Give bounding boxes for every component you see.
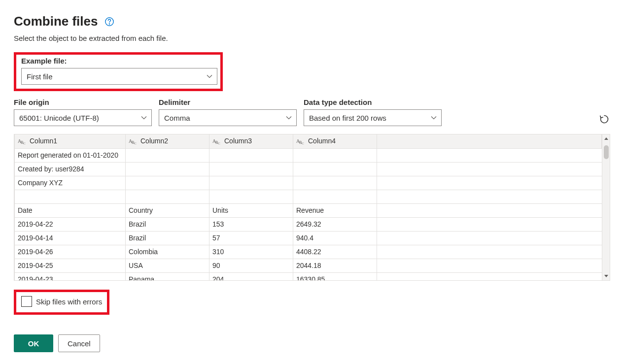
table-cell-filler: [377, 203, 602, 217]
table-cell[interactable]: [126, 162, 209, 176]
table-row[interactable]: Report generated on 01-01-2020: [15, 148, 602, 162]
page-title: Combine files: [14, 14, 98, 29]
delimiter-dropdown[interactable]: Comma: [159, 109, 297, 126]
refresh-button[interactable]: [598, 113, 610, 125]
delimiter-label: Delimiter: [159, 98, 297, 106]
column-header-label: Column4: [308, 137, 336, 145]
text-type-icon: ABC: [212, 137, 221, 145]
column-header[interactable]: ABCColumn4: [293, 134, 377, 148]
chevron-down-icon: [140, 114, 147, 121]
cancel-button[interactable]: Cancel: [58, 334, 100, 352]
table-cell[interactable]: 90: [209, 259, 293, 272]
text-type-icon: ABC: [18, 137, 27, 145]
example-file-dropdown[interactable]: First file: [21, 68, 217, 85]
table-cell[interactable]: 2044.18: [293, 259, 377, 272]
text-type-icon: ABC: [296, 137, 305, 145]
chevron-down-icon: [206, 73, 213, 80]
column-header-filler: [377, 134, 602, 148]
table-cell[interactable]: Company XYZ: [15, 176, 126, 190]
table-row[interactable]: 2019-04-25USA902044.18: [15, 259, 602, 272]
table-row[interactable]: [15, 190, 602, 203]
refresh-icon: [599, 114, 610, 125]
column-header[interactable]: ABCColumn3: [209, 134, 293, 148]
table-cell[interactable]: Revenue: [293, 203, 377, 217]
annotation-example-file: Example file: First file: [14, 52, 223, 91]
file-origin-dropdown[interactable]: 65001: Unicode (UTF-8): [14, 109, 152, 126]
scroll-track[interactable]: [602, 143, 610, 271]
skip-files-checkbox[interactable]: [21, 296, 32, 307]
example-file-label: Example file:: [21, 57, 215, 65]
scroll-thumb[interactable]: [604, 145, 609, 159]
table-cell-filler: [377, 231, 602, 245]
data-type-detection-dropdown[interactable]: Based on first 200 rows: [304, 109, 442, 126]
table-cell[interactable]: 16330.85: [293, 272, 377, 280]
table-cell[interactable]: 2019-04-14: [15, 231, 126, 245]
scroll-up-arrow[interactable]: [602, 134, 610, 143]
table-cell[interactable]: [293, 148, 377, 162]
svg-text:C: C: [218, 141, 220, 145]
table-cell-filler: [377, 217, 602, 231]
table-cell[interactable]: 2019-04-25: [15, 259, 126, 272]
table-cell[interactable]: 2019-04-26: [15, 245, 126, 259]
table-row[interactable]: 2019-04-22Brazil1532649.32: [15, 217, 602, 231]
table-cell[interactable]: [209, 162, 293, 176]
table-row[interactable]: 2019-04-14Brazil57940.4: [15, 231, 602, 245]
table-row[interactable]: 2019-04-26Colombia3104408.22: [15, 245, 602, 259]
table-cell[interactable]: 2019-04-23: [15, 272, 126, 280]
table-cell-filler: [377, 245, 602, 259]
table-row[interactable]: 2019-04-23Panama20416330.85: [15, 272, 602, 280]
table-cell[interactable]: [209, 176, 293, 190]
table-cell-filler: [377, 176, 602, 190]
table-row[interactable]: DateCountryUnitsRevenue: [15, 203, 602, 217]
table-cell[interactable]: 204: [209, 272, 293, 280]
table-cell[interactable]: 310: [209, 245, 293, 259]
table-cell[interactable]: [126, 190, 209, 203]
data-type-detection-value: Based on first 200 rows: [309, 114, 386, 122]
table-cell[interactable]: Created by: user9284: [15, 162, 126, 176]
column-header-label: Column2: [140, 137, 168, 145]
table-cell[interactable]: [15, 190, 126, 203]
table-cell[interactable]: Units: [209, 203, 293, 217]
table-cell[interactable]: Report generated on 01-01-2020: [15, 148, 126, 162]
svg-point-1: [109, 23, 110, 24]
table-cell[interactable]: [126, 148, 209, 162]
table-cell[interactable]: USA: [126, 259, 209, 272]
help-icon[interactable]: [104, 17, 114, 27]
scroll-down-arrow[interactable]: [602, 271, 610, 280]
table-cell[interactable]: Date: [15, 203, 126, 217]
svg-text:C: C: [302, 141, 304, 145]
table-cell[interactable]: [209, 148, 293, 162]
preview-table: ABCColumn1ABCColumn2ABCColumn3ABCColumn4…: [14, 134, 610, 281]
ok-button[interactable]: OK: [14, 334, 53, 352]
table-cell[interactable]: Colombia: [126, 245, 209, 259]
skip-files-label: Skip files with errors: [36, 298, 102, 306]
table-cell[interactable]: [293, 162, 377, 176]
data-type-detection-label: Data type detection: [304, 98, 442, 106]
table-cell[interactable]: 57: [209, 231, 293, 245]
column-header[interactable]: ABCColumn1: [15, 134, 126, 148]
chevron-down-icon: [285, 114, 292, 121]
table-cell[interactable]: [293, 176, 377, 190]
table-cell[interactable]: [209, 190, 293, 203]
example-file-value: First file: [27, 72, 53, 81]
page-subtitle: Select the object to be extracted from e…: [14, 34, 610, 42]
table-cell[interactable]: Brazil: [126, 217, 209, 231]
column-header[interactable]: ABCColumn2: [126, 134, 209, 148]
table-cell[interactable]: Panama: [126, 272, 209, 280]
table-cell[interactable]: 2019-04-22: [15, 217, 126, 231]
table-cell[interactable]: 4408.22: [293, 245, 377, 259]
svg-text:C: C: [23, 141, 26, 145]
table-cell[interactable]: [293, 190, 377, 203]
table-cell[interactable]: Brazil: [126, 231, 209, 245]
annotation-skip-files: Skip files with errors: [14, 290, 109, 315]
table-cell[interactable]: 153: [209, 217, 293, 231]
file-origin-label: File origin: [14, 98, 152, 106]
svg-text:C: C: [134, 141, 137, 145]
preview-scrollbar[interactable]: [602, 134, 610, 280]
table-cell[interactable]: [126, 176, 209, 190]
table-cell[interactable]: 2649.32: [293, 217, 377, 231]
table-cell[interactable]: 940.4: [293, 231, 377, 245]
table-row[interactable]: Created by: user9284: [15, 162, 602, 176]
table-cell[interactable]: Country: [126, 203, 209, 217]
table-row[interactable]: Company XYZ: [15, 176, 602, 190]
